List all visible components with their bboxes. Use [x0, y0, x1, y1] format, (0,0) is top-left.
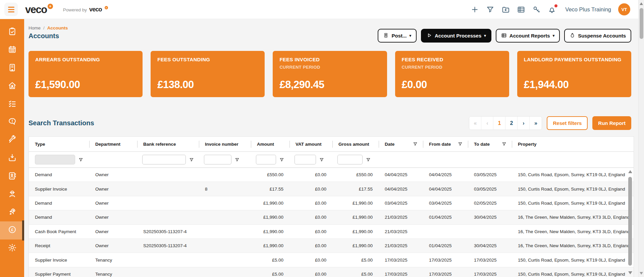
column-header-to-date[interactable]: To date: [468, 137, 512, 151]
table-row[interactable]: Supplier InvoiceTenancy£5.00£0.00£5.0017…: [29, 253, 634, 267]
avatar[interactable]: VT: [618, 3, 630, 15]
cell-bank-reference: S20250305-113207-4: [137, 239, 199, 253]
page-scrollbar-thumb[interactable]: [640, 8, 643, 39]
table-row[interactable]: ReceiptOwnerS20250305-113207-4£1,990.00£…: [29, 239, 634, 253]
suspense-accounts-button[interactable]: Suspense Accounts: [564, 29, 631, 43]
breadcrumb-home-link[interactable]: Home: [29, 25, 41, 30]
breadcrumb-separator: /: [43, 25, 45, 30]
scroll-down-icon[interactable]: [628, 271, 632, 274]
table-scrollbar-thumb[interactable]: [628, 177, 632, 266]
filter-funnel-icon[interactable]: [502, 142, 506, 146]
filter-input-amount[interactable]: [256, 155, 276, 164]
column-header-property[interactable]: Property: [512, 137, 634, 151]
menu-icon[interactable]: [4, 3, 18, 16]
column-header-date[interactable]: Date: [379, 137, 423, 151]
column-header-gross-amount[interactable]: Gross amount: [332, 137, 379, 151]
scroll-up-icon[interactable]: [628, 170, 632, 173]
pagination-next-page[interactable]: ›: [518, 117, 530, 130]
cell-vat-amount: £0.00: [289, 253, 332, 267]
sidebar-item-contacts[interactable]: [0, 167, 24, 185]
plus-icon[interactable]: [471, 5, 479, 14]
clipboard-icon: [8, 27, 17, 37]
filter-funnel-icon[interactable]: [279, 157, 284, 162]
column-header-type[interactable]: Type: [29, 137, 89, 151]
filter-cell-department: [89, 152, 137, 167]
sidebar-item-rocket[interactable]: [0, 203, 24, 221]
cell-department: Owner: [89, 182, 137, 196]
sidebar-item-worker[interactable]: [0, 185, 24, 203]
powered-by: Powered by veco +: [63, 6, 108, 12]
notification-badge: [554, 4, 557, 7]
kpi-card-2[interactable]: FEES OUTSTANDING£138.00: [151, 51, 265, 97]
cell-department: Tenancy: [89, 253, 137, 267]
kpi-card-1[interactable]: ARREARS OUTSTANDING£1,590.00: [29, 51, 143, 97]
sidebar-item-clipboard[interactable]: [0, 23, 24, 41]
cell-invoice-number: [199, 210, 251, 224]
cell-bank-reference: [137, 182, 199, 196]
column-header-department[interactable]: Department: [89, 137, 137, 151]
sidebar-item-accounts[interactable]: £: [0, 221, 24, 239]
filter-funnel-icon[interactable]: [319, 157, 324, 162]
account-name[interactable]: Veco Plus Training: [565, 6, 611, 13]
sidebar-item-settings[interactable]: [0, 239, 24, 258]
table-row[interactable]: DemandOwner£1,990.00£0.00£1,990.0021/03/…: [29, 210, 634, 224]
sidebar-item-building[interactable]: [0, 59, 24, 77]
pagination-first-page[interactable]: «: [469, 117, 481, 130]
filter-funnel-icon[interactable]: [366, 157, 371, 162]
sidebar-item-tools[interactable]: [0, 131, 24, 149]
filter-funnel-icon[interactable]: [235, 157, 239, 162]
filter-input-invoice-number[interactable]: [204, 155, 231, 164]
filter-cell-vat-amount: [289, 152, 332, 167]
sidebar-item-calendar[interactable]: [0, 41, 24, 59]
kpi-card-5[interactable]: LANDLORD PAYMENTS OUTSTANDING£1,944.00: [517, 51, 631, 97]
pagination-page-2[interactable]: 2: [505, 117, 518, 130]
key-icon[interactable]: [532, 5, 541, 14]
reset-filters-button[interactable]: Reset filters: [547, 116, 588, 130]
filter-input-bank-reference[interactable]: [142, 155, 186, 164]
filter-input-type[interactable]: [35, 155, 75, 164]
filter-input-vat-amount[interactable]: [294, 155, 316, 164]
cell-from-date: [423, 225, 468, 238]
grid-icon[interactable]: [517, 5, 525, 14]
column-header-label: Invoice number: [205, 142, 238, 147]
table-row[interactable]: Supplier PaymentTenancy£5.00£0.00£5.0017…: [29, 267, 634, 277]
kpi-card-4[interactable]: FEES RECEIVEDCURRENT PERIOD£0.00: [395, 51, 509, 97]
column-header-amount[interactable]: Amount: [251, 137, 289, 151]
filter-funnel-icon[interactable]: [458, 142, 463, 146]
kpi-card-3[interactable]: FEES INVOICEDCURRENT PERIOD£8,290.45: [273, 51, 387, 97]
sidebar-item-tasks[interactable]: [0, 95, 24, 113]
bell-icon[interactable]: [548, 5, 556, 14]
filter-funnel-icon[interactable]: [78, 157, 83, 162]
filter-cell-type: [29, 152, 89, 167]
sidebar-item-chat[interactable]: [0, 113, 24, 131]
page-scroll-down-icon[interactable]: [640, 272, 643, 275]
cell-bank-reference: [137, 210, 199, 224]
run-report-button[interactable]: Run Report: [592, 116, 631, 130]
pagination-prev-page[interactable]: ‹: [481, 117, 493, 130]
pagination-page-1[interactable]: 1: [493, 117, 505, 130]
column-header-from-date[interactable]: From date: [423, 137, 468, 151]
table-row[interactable]: DemandOwner£1,990.00£0.00£1,990.0003/04/…: [29, 196, 634, 210]
cell-to-date: 17/03/2025: [468, 253, 512, 267]
filter-input-gross-amount[interactable]: [337, 155, 363, 164]
table-row[interactable]: Cash Book PaymentOwnerS20250305-113207-4…: [29, 225, 634, 239]
column-header-invoice-number[interactable]: Invoice number: [199, 137, 251, 151]
cell-amount: £17.55: [251, 182, 289, 196]
column-header-bank-reference[interactable]: Bank reference: [137, 137, 199, 151]
sidebar-item-house[interactable]: [0, 77, 24, 95]
filter-funnel-icon[interactable]: [189, 157, 194, 162]
column-header-vat-amount[interactable]: VAT amount: [289, 137, 332, 151]
cell-invoice-number: [199, 168, 251, 182]
folder-download-icon[interactable]: [501, 5, 510, 14]
account-reports-button[interactable]: Account Reports ▾: [496, 29, 560, 43]
table-row[interactable]: Supplier InvoiceOwner8£17.55£0.00£17.550…: [29, 182, 634, 196]
table-row[interactable]: DemandOwner£550.00£0.00£550.0004/04/2025…: [29, 168, 634, 182]
post-button[interactable]: Post... ▾: [378, 29, 417, 43]
pagination-last-page[interactable]: »: [530, 117, 542, 130]
page-scroll-up-icon[interactable]: [640, 2, 643, 5]
sidebar-item-downloads[interactable]: [0, 149, 24, 167]
account-processes-button[interactable]: Account Processes ▾: [421, 29, 491, 43]
filter-funnel-icon[interactable]: [413, 142, 418, 146]
column-header-label: Bank reference: [143, 142, 176, 147]
filter-icon[interactable]: [486, 5, 494, 14]
